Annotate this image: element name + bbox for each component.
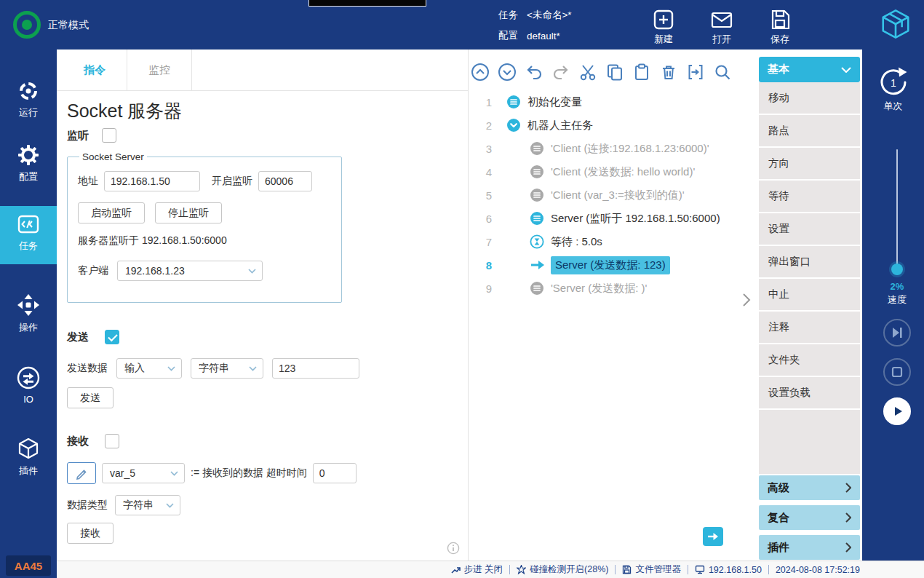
cut-button[interactable] [578, 63, 597, 82]
tree-row[interactable]: 7 等待 : 5.0s [469, 230, 757, 253]
library-group-composite[interactable]: 复合 [759, 505, 860, 530]
library-group-label: 插件 [768, 541, 789, 555]
listen-buttons-row: 启动监听 停止监听 [78, 202, 331, 223]
expand-node-icon[interactable] [506, 118, 521, 132]
new-button[interactable]: 新建 [640, 9, 687, 46]
library-group-advanced[interactable]: 高级 [759, 475, 860, 500]
collision-status-text: 碰撞检测开启(28%) [530, 563, 608, 576]
server-node-icon [530, 211, 544, 226]
step-next-button[interactable] [883, 319, 911, 347]
send-mode-select[interactable]: 输入 [116, 358, 182, 379]
tab-instruction[interactable]: 指令 [63, 50, 127, 90]
insert-button[interactable] [686, 63, 705, 82]
redo-icon [551, 63, 570, 82]
speed-slider-track[interactable] [896, 149, 898, 267]
status-bar: 步进 关闭 碰撞检测开启(28%) 文件管理器 192.168.1.50 202… [57, 561, 924, 578]
play-button[interactable] [883, 397, 911, 425]
tree-row[interactable]: 1 初始化变量 [469, 90, 757, 114]
receive-section-header: 接收 [67, 434, 119, 448]
redo-button[interactable] [551, 63, 570, 82]
chevron-right-icon [845, 483, 851, 493]
sidebar-item-label: 操作 [19, 321, 38, 334]
file-manager[interactable]: 文件管理器 [622, 563, 681, 576]
send-button[interactable]: 发送 [67, 387, 113, 408]
address-field[interactable] [104, 171, 200, 191]
run-icon [17, 80, 39, 102]
panel-expander[interactable] [742, 293, 751, 310]
task-value: <未命名>* [527, 9, 572, 22]
network-icon [695, 565, 705, 574]
chevron-down-icon [167, 366, 175, 371]
tree-row-selected[interactable]: 8 Server (发送数据: 123) [469, 253, 757, 277]
open-button[interactable]: 打开 [698, 9, 745, 46]
undo-button[interactable] [525, 63, 543, 82]
tree-row[interactable]: 5 'Client (var_3:=接收到的值)' [469, 183, 757, 207]
sidebar-item-plugin[interactable]: 插件 [0, 437, 57, 478]
step-status[interactable]: 步进 关闭 [451, 563, 503, 576]
paste-button[interactable] [632, 63, 651, 82]
datatype-row: 数据类型 字符串 [67, 495, 180, 515]
speed-slider-knob[interactable] [891, 264, 903, 275]
search-button[interactable] [713, 63, 732, 82]
send-type-select[interactable]: 字符串 [191, 358, 263, 379]
sidebar-item-operate[interactable]: 操作 [0, 293, 57, 334]
library-header-basic[interactable]: 基本 [759, 57, 860, 82]
stop-button[interactable] [883, 358, 911, 386]
listen-checkbox[interactable] [102, 128, 116, 143]
tree-row[interactable]: 3 'Client (连接:192.168.1.23:6000)' [469, 137, 757, 160]
search-icon [713, 63, 732, 82]
page-title: Socket 服务器 [67, 99, 182, 123]
receive-expression: := 接收到的数据 超时时间 [191, 467, 307, 480]
mode-label: 正常模式 [48, 19, 89, 32]
collapse-all-button[interactable] [471, 63, 490, 82]
stop-icon [890, 365, 904, 379]
delete-button[interactable] [659, 63, 678, 82]
statusbar-divider [688, 565, 688, 574]
sidebar-item-config[interactable]: 配置 [0, 144, 57, 183]
stop-listen-button[interactable]: 停止监听 [155, 202, 222, 223]
save-label: 保存 [770, 33, 789, 46]
datatype-select[interactable]: 字符串 [115, 495, 180, 515]
send-checkbox[interactable] [105, 330, 119, 344]
tree-row[interactable]: 4 'Client (发送数据: hello world)' [469, 160, 757, 183]
receive-checkbox[interactable] [105, 434, 119, 448]
library-group-plugin[interactable]: 插件 [759, 535, 860, 560]
tree-row[interactable]: 2 机器人主任务 [469, 114, 757, 137]
scissors-icon [578, 63, 597, 82]
node-text: 等待 : 5.0s [551, 235, 602, 249]
sidebar-item-task[interactable]: 任务 [0, 206, 57, 264]
info-icon[interactable] [447, 542, 460, 558]
copy-button[interactable] [605, 63, 624, 82]
library-item-move[interactable]: 移动 [759, 82, 860, 115]
start-listen-button[interactable]: 启动监听 [78, 202, 145, 223]
library-item-popup[interactable]: 弹出窗口 [759, 246, 860, 279]
address-label: 地址 [78, 175, 98, 188]
library-item-wait[interactable]: 等待 [759, 181, 860, 213]
library-item-payload[interactable]: 设置负载 [759, 377, 860, 410]
library-item-direction[interactable]: 方向 [759, 148, 860, 181]
library-item-folder[interactable]: 文件夹 [759, 344, 860, 377]
port-field[interactable] [258, 171, 312, 191]
collision-status[interactable]: 碰撞检测开启(28%) [517, 563, 608, 576]
sidebar-item-run[interactable]: 运行 [0, 80, 57, 119]
library-item-waypoint[interactable]: 路点 [759, 115, 860, 148]
client-select[interactable]: 192.168.1.23 [117, 261, 263, 281]
scroll-to-selection-button[interactable] [703, 527, 723, 546]
ip-address-text: 192.168.1.50 [709, 565, 762, 575]
library-item-abort[interactable]: 中止 [759, 279, 860, 312]
library-item-set[interactable]: 设置 [759, 213, 860, 246]
listen-label: 监听 [67, 129, 89, 143]
expand-all-button[interactable] [498, 63, 517, 82]
edit-variable-button[interactable] [67, 462, 96, 484]
sidebar-item-io[interactable]: IO [0, 366, 57, 405]
tree-row[interactable]: 6 Server (监听于 192.168.1.50:6000) [469, 207, 757, 230]
tree-row[interactable]: 9 'Server (发送数据: )' [469, 277, 757, 300]
library-item-comment[interactable]: 注释 [759, 312, 860, 344]
timeout-field[interactable] [313, 463, 357, 483]
send-value-field[interactable] [272, 358, 359, 379]
single-run-indicator[interactable]: 1 单次 [862, 67, 924, 113]
receive-button[interactable]: 接收 [67, 523, 113, 544]
tab-monitor[interactable]: 监控 [127, 50, 192, 90]
save-button[interactable]: 保存 [757, 9, 803, 46]
variable-select[interactable]: var_5 [102, 463, 185, 483]
